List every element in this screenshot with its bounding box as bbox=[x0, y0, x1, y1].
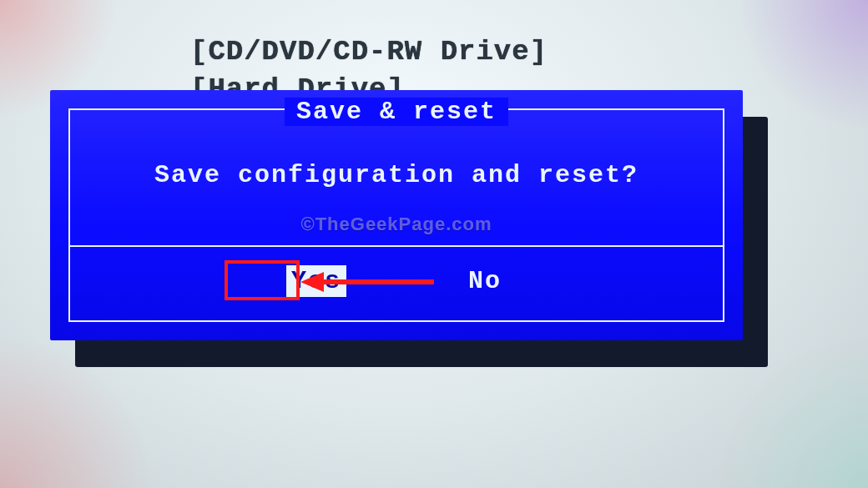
dialog-title: Save & reset bbox=[285, 98, 508, 126]
annotation-highlight-box bbox=[225, 260, 300, 300]
watermark-text: ©TheGeekPage.com bbox=[50, 214, 743, 235]
bios-screen-photo: [CD/DVD/CD-RW Drive] [Hard Drive] Save &… bbox=[0, 0, 868, 488]
dialog-message: Save configuration and reset? bbox=[50, 161, 743, 189]
dialog-buttons: Yes No bbox=[50, 265, 743, 297]
save-reset-dialog: Save & reset Save configuration and rese… bbox=[50, 90, 743, 340]
no-button[interactable]: No bbox=[463, 265, 507, 297]
dialog-divider bbox=[68, 245, 724, 247]
dialog-title-wrap: Save & reset bbox=[50, 98, 743, 126]
boot-list-item-cddvd: [CD/DVD/CD-RW Drive] bbox=[190, 36, 548, 68]
